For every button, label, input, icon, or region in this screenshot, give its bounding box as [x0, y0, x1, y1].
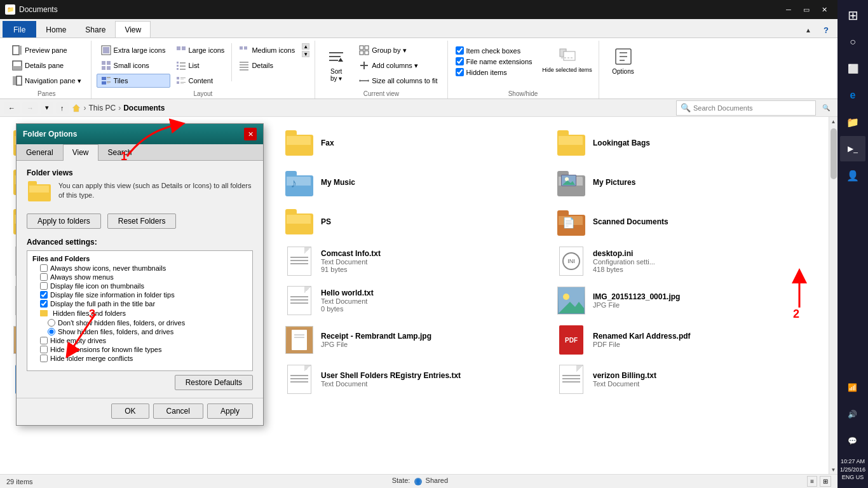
medium-icons-icon	[239, 45, 249, 55]
hide-extensions-checkbox[interactable]	[40, 346, 48, 353]
volume-button[interactable]: 🔊	[840, 402, 865, 427]
item-check-boxes-input[interactable]	[456, 46, 464, 55]
file-name-extensions-input[interactable]	[456, 57, 464, 65]
size-all-columns-button[interactable]: Size all columns to fit	[355, 74, 442, 88]
group-by-button[interactable]: Group by ▾	[355, 43, 442, 57]
dialog-tab-view[interactable]: View	[63, 144, 98, 161]
hide-folder-merge-checkbox[interactable]	[40, 355, 48, 362]
tab-file[interactable]: File	[3, 21, 36, 37]
tree-item-always-show-icons[interactable]: Always show icons, never thumbnails	[30, 264, 250, 273]
task-view-button[interactable]: ⬜	[840, 56, 865, 81]
svg-rect-14	[107, 79, 109, 79]
svg-rect-42	[360, 46, 363, 50]
details-pane-button[interactable]: Details pane	[8, 58, 86, 72]
small-icons-button[interactable]: Small icons	[97, 58, 170, 72]
large-icons-button[interactable]: Large icons	[172, 43, 229, 57]
edge-button[interactable]: e	[840, 83, 865, 108]
tree-item-show-hidden[interactable]: Show hidden files, folders, and drives	[30, 327, 250, 336]
breadcrumb-this-pc[interactable]: This PC	[89, 104, 116, 112]
tree-item-hide-empty-drives[interactable]: Hide empty drives	[30, 336, 250, 345]
sort-by-button[interactable]: Sortby ▾	[320, 46, 352, 85]
always-show-menus-checkbox[interactable]	[40, 273, 48, 281]
message-button[interactable]: 💬	[840, 428, 865, 454]
always-show-icons-checkbox[interactable]	[40, 264, 48, 272]
svg-rect-27	[180, 78, 186, 78]
forward-quick-button[interactable]: →	[22, 102, 38, 114]
apply-button[interactable]: Apply	[207, 403, 253, 419]
large-icons-icon	[176, 45, 186, 55]
tiles-button[interactable]: Tiles	[97, 74, 170, 88]
details-button[interactable]: Details	[234, 58, 299, 72]
search-go-button[interactable]: 🔍	[818, 100, 834, 116]
large-view-button[interactable]: ⊞	[820, 476, 831, 487]
layout-scroll-down[interactable]: ▼	[302, 51, 309, 57]
recent-locations-button[interactable]: ▾	[41, 102, 53, 114]
content-label: Content	[189, 77, 214, 85]
sort-by-label: Sortby ▾	[330, 68, 342, 82]
minimize-button[interactable]: ─	[780, 3, 797, 16]
details-view-button[interactable]: ≡	[807, 476, 817, 487]
search-taskbar-button[interactable]: ○	[840, 29, 865, 55]
dialog-tab-search[interactable]: Search	[98, 144, 142, 160]
svg-rect-1	[19, 46, 22, 55]
ok-button[interactable]: OK	[111, 403, 149, 419]
navigation-pane-button[interactable]: Navigation pane ▾	[8, 74, 86, 88]
list-label: List	[189, 62, 200, 69]
apply-to-folders-button[interactable]: Apply to folders	[27, 214, 101, 229]
item-check-boxes-checkbox[interactable]: Item check boxes	[453, 46, 535, 55]
content-button[interactable]: Content	[172, 74, 229, 88]
close-button[interactable]: ✕	[816, 3, 832, 16]
start-button[interactable]: ⊞	[840, 3, 865, 28]
layout-scroll-up[interactable]: ▲	[302, 43, 309, 50]
tab-share[interactable]: Share	[76, 21, 115, 37]
list-button[interactable]: List	[172, 58, 229, 72]
size-all-columns-icon	[359, 76, 369, 86]
display-file-icon-checkbox[interactable]	[40, 282, 48, 290]
terminal-button[interactable]: ▶_	[840, 136, 865, 161]
content-area: Baker Fax Lookingat Bags	[0, 117, 837, 474]
medium-icons-button[interactable]: Medium icons	[234, 43, 299, 57]
tab-home[interactable]: Home	[36, 21, 76, 37]
restore-defaults-button[interactable]: Restore Defaults	[175, 375, 253, 390]
hidden-items-checkbox[interactable]: Hidden items	[453, 67, 535, 77]
person-button[interactable]: 👤	[840, 163, 865, 188]
tree-item-dont-show-hidden[interactable]: Don't show hidden files, folders, or dri…	[30, 318, 250, 327]
add-columns-button[interactable]: Add columns ▾	[355, 58, 442, 72]
search-bar[interactable]: 🔍	[676, 100, 816, 116]
file-name-extensions-checkbox[interactable]: File name extensions	[453, 57, 535, 66]
tree-item-display-full-path[interactable]: Display the full path in the title bar	[30, 299, 250, 308]
hide-empty-drives-checkbox[interactable]	[40, 337, 48, 344]
tree-item-display-file-size[interactable]: Display file size information in folder …	[30, 290, 250, 299]
show-hidden-radio[interactable]	[48, 328, 55, 336]
network-button[interactable]: 📶	[840, 375, 865, 400]
preview-pane-button[interactable]: Preview pane	[8, 43, 86, 57]
tree-item-display-file-icon[interactable]: Display file icon on thumbnails	[30, 281, 250, 290]
tree-item-hide-folder-merge[interactable]: Hide folder merge conflicts	[30, 354, 250, 363]
hide-selected-items-button[interactable]: Hide selected items	[545, 43, 590, 78]
tab-view[interactable]: View	[115, 21, 151, 37]
dialog-close-button[interactable]: ✕	[244, 128, 257, 140]
dont-show-hidden-radio[interactable]	[48, 319, 55, 327]
help-button[interactable]: ?	[818, 22, 834, 37]
display-full-path-checkbox[interactable]	[40, 300, 48, 308]
back-quick-button[interactable]: ←	[4, 102, 20, 114]
options-button[interactable]: Options	[604, 43, 642, 78]
hidden-files-folders-label: Hidden files and folders	[53, 309, 126, 317]
up-button[interactable]: ↑	[56, 102, 69, 114]
maximize-button[interactable]: ▭	[798, 3, 815, 16]
display-file-size-checkbox[interactable]	[40, 291, 48, 299]
file-explorer-button[interactable]: 📁	[840, 109, 865, 135]
reset-folders-button[interactable]: Reset Folders	[107, 214, 177, 229]
ribbon-collapse-button[interactable]: ▲	[801, 22, 816, 37]
hidden-items-input[interactable]	[456, 68, 464, 76]
tree-item-always-show-menus[interactable]: Always show menus	[30, 273, 250, 281]
breadcrumb-documents[interactable]: Documents	[123, 104, 165, 112]
search-input[interactable]	[693, 104, 811, 112]
cancel-button[interactable]: Cancel	[153, 403, 203, 419]
tree-item-hide-extensions[interactable]: Hide extensions for known file types	[30, 345, 250, 354]
svg-rect-8	[102, 61, 105, 65]
extra-large-icons-button[interactable]: Extra large icons	[97, 43, 170, 57]
dont-show-hidden-label: Don't show hidden files, folders, or dri…	[58, 319, 185, 327]
dialog-tab-general[interactable]: General	[17, 144, 63, 160]
files-folders-label: Files and Folders	[32, 255, 90, 262]
